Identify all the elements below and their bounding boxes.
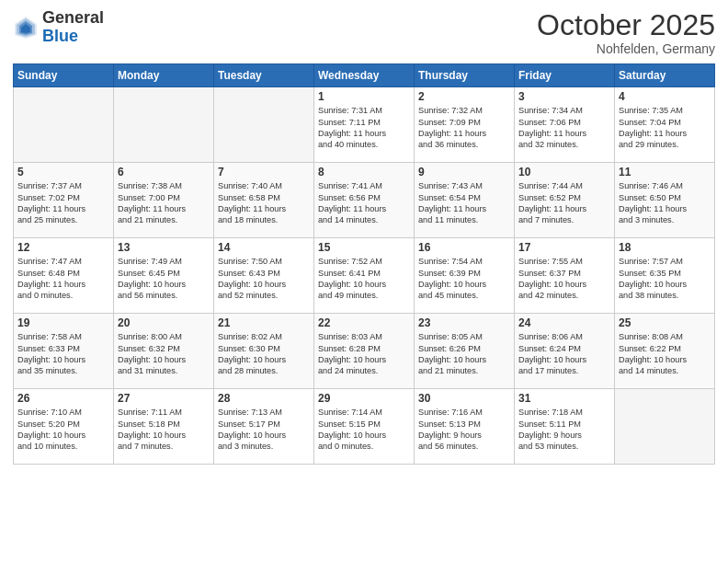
logo-general: General — [42, 8, 104, 27]
day-info: Sunrise: 7:34 AMSunset: 7:06 PMDaylight:… — [518, 105, 610, 151]
table-row: 7Sunrise: 7:40 AMSunset: 6:58 PMDaylight… — [214, 163, 314, 238]
table-row: 10Sunrise: 7:44 AMSunset: 6:52 PMDayligh… — [515, 163, 615, 238]
table-row: 16Sunrise: 7:54 AMSunset: 6:39 PMDayligh… — [415, 238, 515, 314]
page: General Blue October 2025 Nohfelden, Ger… — [0, 0, 728, 563]
day-info: Sunrise: 7:43 AMSunset: 6:54 PMDaylight:… — [418, 180, 510, 226]
table-row: 18Sunrise: 7:57 AMSunset: 6:35 PMDayligh… — [615, 238, 715, 314]
day-number: 27 — [118, 392, 210, 405]
day-number: 20 — [118, 316, 210, 329]
day-number: 17 — [518, 241, 610, 254]
day-number: 4 — [619, 90, 711, 103]
day-number: 18 — [619, 241, 711, 254]
table-row: 30Sunrise: 7:16 AMSunset: 5:13 PMDayligh… — [415, 389, 515, 465]
day-number: 21 — [218, 316, 310, 329]
table-row: 4Sunrise: 7:35 AMSunset: 7:04 PMDaylight… — [615, 87, 715, 163]
th-friday: Friday — [515, 64, 615, 87]
title-block: October 2025 Nohfelden, Germany — [537, 9, 715, 56]
day-info: Sunrise: 7:50 AMSunset: 6:43 PMDaylight:… — [218, 256, 310, 302]
table-row: 8Sunrise: 7:41 AMSunset: 6:56 PMDaylight… — [314, 163, 415, 238]
logo-blue: Blue — [42, 27, 78, 45]
table-row: 20Sunrise: 8:00 AMSunset: 6:32 PMDayligh… — [114, 314, 214, 389]
day-info: Sunrise: 8:06 AMSunset: 6:24 PMDaylight:… — [518, 331, 610, 377]
day-number: 6 — [118, 166, 210, 178]
calendar-row-2: 12Sunrise: 7:47 AMSunset: 6:48 PMDayligh… — [14, 238, 715, 314]
day-info: Sunrise: 7:31 AMSunset: 7:11 PMDaylight:… — [318, 105, 410, 151]
table-row: 23Sunrise: 8:05 AMSunset: 6:26 PMDayligh… — [415, 314, 515, 389]
day-info: Sunrise: 7:52 AMSunset: 6:41 PMDaylight:… — [318, 256, 410, 302]
table-row: 2Sunrise: 7:32 AMSunset: 7:09 PMDaylight… — [415, 87, 515, 163]
day-info: Sunrise: 7:47 AMSunset: 6:48 PMDaylight:… — [17, 256, 109, 302]
day-number: 16 — [418, 241, 510, 254]
table-row: 13Sunrise: 7:49 AMSunset: 6:45 PMDayligh… — [114, 238, 214, 314]
day-info: Sunrise: 8:02 AMSunset: 6:30 PMDaylight:… — [218, 331, 310, 377]
day-number: 25 — [619, 316, 711, 329]
day-number: 31 — [518, 392, 610, 405]
day-number: 3 — [518, 90, 610, 103]
day-number: 12 — [17, 241, 109, 254]
day-number: 2 — [418, 90, 510, 103]
day-info: Sunrise: 7:35 AMSunset: 7:04 PMDaylight:… — [619, 105, 711, 151]
day-info: Sunrise: 7:57 AMSunset: 6:35 PMDaylight:… — [619, 256, 711, 302]
logo: General Blue — [13, 9, 104, 46]
day-info: Sunrise: 7:58 AMSunset: 6:33 PMDaylight:… — [17, 331, 109, 377]
day-number: 7 — [218, 166, 310, 178]
day-info: Sunrise: 8:08 AMSunset: 6:22 PMDaylight:… — [619, 331, 711, 377]
calendar-row-0: 1Sunrise: 7:31 AMSunset: 7:11 PMDaylight… — [14, 87, 715, 163]
day-info: Sunrise: 7:18 AMSunset: 5:11 PMDaylight:… — [518, 407, 610, 453]
table-row: 6Sunrise: 7:38 AMSunset: 7:00 PMDaylight… — [114, 163, 214, 238]
day-info: Sunrise: 7:41 AMSunset: 6:56 PMDaylight:… — [318, 180, 410, 226]
day-info: Sunrise: 8:05 AMSunset: 6:26 PMDaylight:… — [418, 331, 510, 377]
table-row: 5Sunrise: 7:37 AMSunset: 7:02 PMDaylight… — [14, 163, 114, 238]
month-title: October 2025 — [537, 9, 715, 41]
day-number: 30 — [418, 392, 510, 405]
table-row: 3Sunrise: 7:34 AMSunset: 7:06 PMDaylight… — [515, 87, 615, 163]
table-row: 22Sunrise: 8:03 AMSunset: 6:28 PMDayligh… — [314, 314, 415, 389]
th-tuesday: Tuesday — [214, 64, 314, 87]
day-info: Sunrise: 7:13 AMSunset: 5:17 PMDaylight:… — [218, 407, 310, 453]
day-number: 29 — [318, 392, 410, 405]
calendar-row-1: 5Sunrise: 7:37 AMSunset: 7:02 PMDaylight… — [14, 163, 715, 238]
day-number: 24 — [518, 316, 610, 329]
day-info: Sunrise: 7:14 AMSunset: 5:15 PMDaylight:… — [318, 407, 410, 453]
table-row: 19Sunrise: 7:58 AMSunset: 6:33 PMDayligh… — [14, 314, 114, 389]
table-row: 31Sunrise: 7:18 AMSunset: 5:11 PMDayligh… — [515, 389, 615, 465]
day-number: 5 — [17, 166, 109, 178]
day-number: 28 — [218, 392, 310, 405]
table-row: 1Sunrise: 7:31 AMSunset: 7:11 PMDaylight… — [314, 87, 415, 163]
table-row: 14Sunrise: 7:50 AMSunset: 6:43 PMDayligh… — [214, 238, 314, 314]
day-info: Sunrise: 7:44 AMSunset: 6:52 PMDaylight:… — [518, 180, 610, 226]
logo-icon — [13, 15, 39, 40]
day-number: 13 — [118, 241, 210, 254]
day-info: Sunrise: 7:49 AMSunset: 6:45 PMDaylight:… — [118, 256, 210, 302]
table-row — [214, 87, 314, 163]
day-info: Sunrise: 7:32 AMSunset: 7:09 PMDaylight:… — [418, 105, 510, 151]
table-row: 9Sunrise: 7:43 AMSunset: 6:54 PMDaylight… — [415, 163, 515, 238]
day-number: 19 — [17, 316, 109, 329]
day-info: Sunrise: 8:00 AMSunset: 6:32 PMDaylight:… — [118, 331, 210, 377]
day-info: Sunrise: 7:54 AMSunset: 6:39 PMDaylight:… — [418, 256, 510, 302]
th-thursday: Thursday — [415, 64, 515, 87]
th-monday: Monday — [114, 64, 214, 87]
day-number: 11 — [619, 166, 711, 178]
day-number: 14 — [218, 241, 310, 254]
location: Nohfelden, Germany — [537, 41, 715, 56]
table-row — [114, 87, 214, 163]
day-info: Sunrise: 8:03 AMSunset: 6:28 PMDaylight:… — [318, 331, 410, 377]
table-row: 17Sunrise: 7:55 AMSunset: 6:37 PMDayligh… — [515, 238, 615, 314]
calendar: Sunday Monday Tuesday Wednesday Thursday… — [13, 63, 715, 465]
day-number: 8 — [318, 166, 410, 178]
day-number: 22 — [318, 316, 410, 329]
logo-text: General Blue — [42, 9, 104, 46]
table-row: 24Sunrise: 8:06 AMSunset: 6:24 PMDayligh… — [515, 314, 615, 389]
day-info: Sunrise: 7:16 AMSunset: 5:13 PMDaylight:… — [418, 407, 510, 453]
th-sunday: Sunday — [14, 64, 114, 87]
day-number: 1 — [318, 90, 410, 103]
day-number: 23 — [418, 316, 510, 329]
table-row: 12Sunrise: 7:47 AMSunset: 6:48 PMDayligh… — [14, 238, 114, 314]
day-number: 10 — [518, 166, 610, 178]
th-saturday: Saturday — [615, 64, 715, 87]
day-info: Sunrise: 7:38 AMSunset: 7:00 PMDaylight:… — [118, 180, 210, 226]
table-row: 11Sunrise: 7:46 AMSunset: 6:50 PMDayligh… — [615, 163, 715, 238]
day-info: Sunrise: 7:37 AMSunset: 7:02 PMDaylight:… — [17, 180, 109, 226]
day-number: 9 — [418, 166, 510, 178]
